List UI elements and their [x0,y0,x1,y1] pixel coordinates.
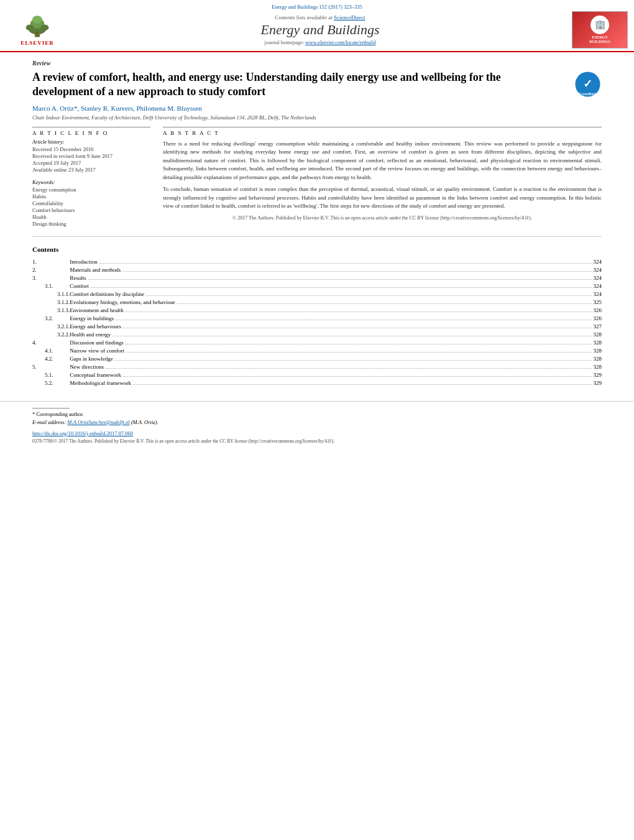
journal-homepage: journal homepage: www.elsevier.com/locat… [68,39,572,45]
keyword-5: Health [32,214,150,220]
toc-dots [177,303,592,304]
toc-item-label: Comfort definitions by discipline 324 [70,290,602,298]
toc-row: 4.2. Gaps in knowledge 328 [32,355,602,363]
toc-item-num: 3.1. [32,282,70,290]
toc-item-label: Environment and health 326 [70,307,602,315]
keywords: Keywords: Energy consumption Habits Cont… [32,179,150,227]
toc-item-num: 5.2. [32,379,70,387]
toc-dots [126,344,592,344]
toc-item-label: Materials and methods 324 [70,266,602,274]
toc-row: 2. Materials and methods 324 [32,266,602,274]
article-info-title: A R T I C L E I N F O [32,127,150,136]
toc-dots [113,336,591,336]
toc-item-label: Conceptual framework 329 [70,371,602,379]
toc-item-label: Energy and behaviours 327 [70,323,602,331]
received-date: Received 15 December 2016 [32,146,150,152]
toc-row: 3.1.3. Environment and health 326 [32,307,602,315]
toc-row: 3.1.2. Evolutionary biology, emotions, a… [32,298,602,307]
page: Energy and Buildings 152 (2017) 323–335 [0,0,634,840]
available-date: Available online 23 July 2017 [32,167,150,173]
energy-buildings-logo-text: ENERGYBUILDINGS [589,35,610,44]
toc-dots [123,328,591,328]
toc-item-num: 3.2. [32,315,70,323]
toc-item-label: Introduction 324 [70,258,602,266]
toc-section: Contents 1. Introduction 324 2. Material… [32,246,602,387]
toc-row: 4.1. Narrow view of comfort 328 [32,347,602,355]
toc-page-num: 329 [594,380,602,386]
journal-ref-line: Energy and Buildings 152 (2017) 323–335 [0,4,634,10]
keyword-2: Habits [32,193,150,200]
toc-item-label: Discussion and findings 328 [70,339,602,347]
toc-row: 1. Introduction 324 [32,258,602,266]
toc-row: 3. Results 324 [32,274,602,282]
toc-item-label: Health and energy 328 [70,331,602,339]
section-divider [32,236,602,237]
journal-logo-right: 🏢 ENERGYBUILDINGS [572,11,628,48]
toc-dots [126,352,592,353]
accepted-date: Accepted 19 July 2017 [32,160,150,166]
crossmark-logo: ✓ CrossMark [574,70,602,98]
toc-dots [123,376,592,377]
homepage-url[interactable]: www.elsevier.com/locate/enbuild [305,39,375,45]
toc-item-num: 4.2. [32,355,70,363]
email-line: E-mail address: M.A.OrtizSanchez@tudelft… [32,419,602,425]
header: Energy and Buildings 152 (2017) 323–335 [0,0,634,52]
elsevier-label: ELSEVIER [21,40,54,46]
toc-page-num: 324 [594,259,602,265]
email-link[interactable]: M.A.OrtizSanchez@tudelft.nl [67,419,129,425]
toc-title: Contents [32,246,602,253]
toc-dots [146,295,592,296]
keyword-3: Controllability [32,200,150,206]
toc-page-num: 324 [594,291,602,297]
abstract-para-2: To conclude, human sensation of comfort … [163,185,602,211]
toc-page-num: 324 [594,275,602,281]
toc-page-num: 329 [594,372,602,378]
toc-dots [116,320,591,320]
elsevier-tree-icon [12,14,62,39]
history-label: Article history: [32,139,150,145]
doi-link[interactable]: http://dx.doi.org/10.1016/j.enbuild.2017… [32,430,133,436]
toc-table: 1. Introduction 324 2. Materials and met… [32,258,602,387]
toc-row: 5.2. Methodological framework 329 [32,379,602,387]
svg-point-6 [36,32,38,34]
toc-page-num: 328 [594,364,602,370]
toc-item-label: Evolutionary biology, emotions, and beha… [70,298,602,307]
toc-page-num: 325 [594,299,602,305]
svg-text:✓: ✓ [583,78,592,90]
toc-item-label: Comfort 324 [70,282,602,290]
toc-row: 4. Discussion and findings 328 [32,339,602,347]
keywords-label: Keywords: [32,179,150,185]
article-info: A R T I C L E I N F O Article history: R… [32,127,150,228]
toc-dots [115,360,592,361]
toc-page-num: 328 [594,331,602,338]
sciencedirect-link[interactable]: ScienceDirect [334,14,365,21]
toc-item-label: Narrow view of comfort 328 [70,347,602,355]
keyword-6: Design thinking [32,221,150,227]
svg-point-3 [32,16,42,24]
toc-page-num: 328 [594,348,602,354]
elsevier-logo: ELSEVIER [6,11,68,48]
keyword-1: Energy consumption [32,187,150,193]
affiliation: Chair Indoor Environment, Faculty of Arc… [32,114,602,121]
toc-item-label: New directions 328 [70,363,602,371]
received-revised-date: Received in revised form 9 June 2017 [32,153,150,159]
article-history: Article history: Received 15 December 20… [32,139,150,173]
toc-dots [106,368,592,369]
toc-item-label: Gaps in knowledge 328 [70,355,602,363]
svg-text:CrossMark: CrossMark [579,92,597,96]
toc-item-label: Methodological framework 329 [70,379,602,387]
keyword-4: Comfort behaviours [32,207,150,213]
toc-dots [133,384,592,385]
contents-line: Contents lists available at ScienceDirec… [68,14,572,21]
toc-item-num: 3.2.1. [32,323,70,331]
toc-row: 3.2.2. Health and energy 328 [32,331,602,339]
energy-buildings-icon: 🏢 [590,16,609,34]
toc-row: 5. New directions 328 [32,363,602,371]
doi-line: http://dx.doi.org/10.1016/j.enbuild.2017… [32,430,602,436]
svg-point-4 [26,25,34,31]
journal-title-center: Contents lists available at ScienceDirec… [68,14,572,45]
toc-dots [122,271,591,272]
footnote-divider [32,408,70,408]
toc-row: 5.1. Conceptual framework 329 [32,371,602,379]
toc-row: 3.2. Energy in buildings 326 [32,315,602,323]
